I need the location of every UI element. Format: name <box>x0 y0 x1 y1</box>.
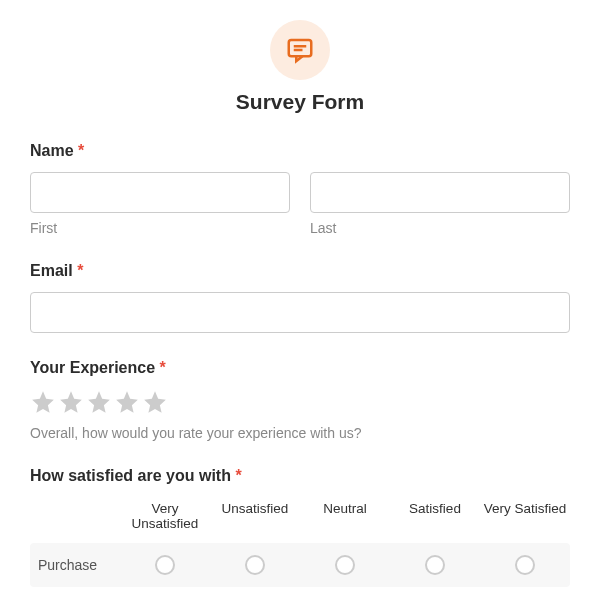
required-marker: * <box>160 359 166 376</box>
matrix-col-header: Satisfied <box>390 501 480 531</box>
radio-very-unsatisfied[interactable] <box>155 555 175 575</box>
satisfaction-label: How satisfied are you with * <box>30 467 570 485</box>
email-label: Email * <box>30 262 570 280</box>
last-name-input[interactable] <box>310 172 570 213</box>
radio-satisfied[interactable] <box>425 555 445 575</box>
email-label-text: Email <box>30 262 73 279</box>
matrix-col-header: Very Satisfied <box>480 501 570 531</box>
first-sublabel: First <box>30 220 290 236</box>
satisfaction-label-text: How satisfied are you with <box>30 467 231 484</box>
required-marker: * <box>235 467 241 484</box>
matrix-col-header: Very Unsatisfied <box>120 501 210 531</box>
matrix-row: Purchase <box>30 543 570 587</box>
experience-hint: Overall, how would you rate your experie… <box>30 425 570 441</box>
required-marker: * <box>77 262 83 279</box>
experience-label-text: Your Experience <box>30 359 155 376</box>
last-sublabel: Last <box>310 220 570 236</box>
experience-field: Your Experience * Overall, how would you… <box>30 359 570 441</box>
matrix-row-label: Purchase <box>30 557 120 573</box>
form-title: Survey Form <box>30 90 570 114</box>
email-input[interactable] <box>30 292 570 333</box>
radio-unsatisfied[interactable] <box>245 555 265 575</box>
first-name-input[interactable] <box>30 172 290 213</box>
chat-icon <box>285 35 315 65</box>
email-field: Email * <box>30 262 570 333</box>
radio-neutral[interactable] <box>335 555 355 575</box>
star-rating <box>30 389 570 415</box>
satisfaction-matrix: Very Unsatisfied Unsatisfied Neutral Sat… <box>30 501 570 587</box>
required-marker: * <box>78 142 84 159</box>
star-icon[interactable] <box>58 389 84 415</box>
radio-very-satisfied[interactable] <box>515 555 535 575</box>
star-icon[interactable] <box>86 389 112 415</box>
name-label: Name * <box>30 142 570 160</box>
form-header: Survey Form <box>30 20 570 114</box>
svg-rect-0 <box>289 40 312 56</box>
matrix-col-header: Unsatisfied <box>210 501 300 531</box>
matrix-col-header: Neutral <box>300 501 390 531</box>
name-label-text: Name <box>30 142 74 159</box>
experience-label: Your Experience * <box>30 359 570 377</box>
star-icon[interactable] <box>142 389 168 415</box>
satisfaction-field: How satisfied are you with * Very Unsati… <box>30 467 570 587</box>
name-field: Name * First Last <box>30 142 570 236</box>
star-icon[interactable] <box>114 389 140 415</box>
chat-icon-circle <box>270 20 330 80</box>
star-icon[interactable] <box>30 389 56 415</box>
matrix-header: Very Unsatisfied Unsatisfied Neutral Sat… <box>30 501 570 531</box>
